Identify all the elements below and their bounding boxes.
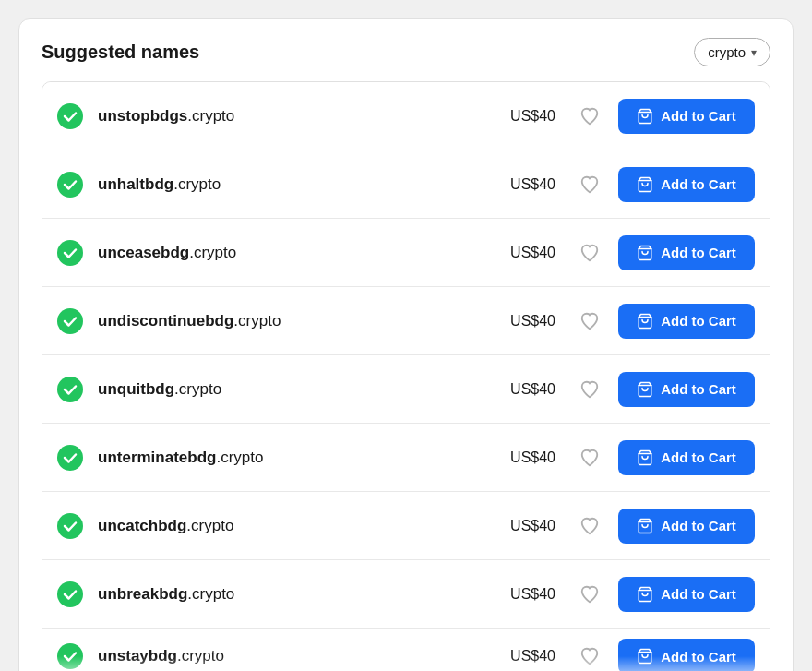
list-item: unstopbdgs.crypto US$40 Add to Cart [42, 82, 770, 150]
check-icon [57, 377, 83, 402]
list-item: undiscontinuebdg.crypto US$40 Add to Car… [42, 287, 770, 355]
cart-icon [637, 381, 653, 398]
add-to-cart-label: Add to Cart [661, 108, 736, 124]
domain-name: unquitbdg.crypto [98, 380, 491, 399]
cart-icon [637, 108, 653, 125]
add-to-cart-button[interactable]: Add to Cart [618, 167, 755, 202]
list-item: unbreakbdg.crypto US$40 Add to Cart [42, 560, 770, 629]
cart-icon [637, 586, 653, 603]
check-icon [57, 172, 83, 198]
svg-point-2 [57, 172, 83, 198]
add-to-cart-button[interactable]: Add to Cart [618, 304, 755, 339]
heart-icon [579, 584, 600, 605]
heart-icon [579, 174, 600, 195]
domain-price: US$40 [491, 108, 555, 125]
heart-icon [579, 516, 600, 536]
svg-point-4 [57, 240, 83, 266]
heart-icon [579, 379, 600, 400]
check-icon [57, 581, 83, 607]
page-header: Suggested names crypto ▾ [42, 38, 770, 66]
list-item: unceasebdg.crypto US$40 Add to Cart [42, 219, 770, 287]
filter-dropdown[interactable]: crypto ▾ [694, 38, 770, 66]
heart-icon [579, 106, 600, 126]
domain-name: unstopbdgs.crypto [98, 107, 491, 126]
cart-icon [637, 245, 653, 261]
add-to-cart-label: Add to Cart [661, 176, 736, 192]
add-to-cart-button[interactable]: Add to Cart [618, 235, 755, 270]
add-to-cart-button[interactable]: Add to Cart [618, 639, 755, 671]
add-to-cart-label: Add to Cart [661, 381, 736, 397]
check-icon [57, 643, 83, 669]
domain-name: unterminatebdg.crypto [98, 449, 491, 467]
svg-point-10 [57, 445, 83, 471]
domain-price: US$40 [491, 245, 555, 261]
domain-name: unceasebdg.crypto [98, 244, 491, 262]
domain-price: US$40 [491, 586, 555, 603]
domain-price: US$40 [491, 176, 555, 193]
heart-icon [579, 243, 600, 263]
heart-icon [579, 646, 600, 666]
domain-name: uncatchbdg.crypto [98, 517, 491, 535]
domain-name: undiscontinuebdg.crypto [98, 312, 491, 330]
list-item: unhaltbdg.crypto US$40 Add to Cart [42, 150, 770, 219]
add-to-cart-label: Add to Cart [661, 586, 736, 602]
add-to-cart-button[interactable]: Add to Cart [618, 440, 755, 475]
list-item: uncatchbdg.crypto US$40 Add to Cart [42, 492, 770, 560]
check-icon [57, 308, 83, 334]
domain-price: US$40 [491, 381, 555, 398]
domain-name: unstaybdg.crypto [98, 647, 491, 665]
cart-icon [637, 313, 653, 330]
domain-price: US$40 [491, 449, 555, 466]
wishlist-button[interactable] [574, 237, 605, 269]
domain-price: US$40 [491, 313, 555, 330]
check-icon [57, 103, 83, 129]
wishlist-button[interactable] [574, 641, 605, 671]
cart-icon [637, 176, 653, 193]
add-to-cart-button[interactable]: Add to Cart [618, 99, 755, 134]
add-to-cart-button[interactable]: Add to Cart [618, 372, 755, 407]
add-to-cart-button[interactable]: Add to Cart [618, 577, 755, 612]
svg-point-14 [57, 581, 83, 607]
svg-point-12 [57, 513, 83, 539]
wishlist-button[interactable] [574, 510, 605, 542]
heart-icon [579, 311, 600, 331]
wishlist-button[interactable] [574, 101, 605, 132]
chevron-down-icon: ▾ [751, 46, 757, 59]
cart-icon [637, 518, 653, 534]
add-to-cart-label: Add to Cart [661, 245, 736, 260]
wishlist-button[interactable] [574, 579, 605, 610]
svg-point-6 [57, 308, 83, 334]
add-to-cart-label: Add to Cart [661, 649, 736, 665]
svg-point-8 [57, 377, 83, 402]
domain-list: unstopbdgs.crypto US$40 Add to Cart [42, 81, 770, 671]
add-to-cart-button[interactable]: Add to Cart [618, 509, 755, 544]
add-to-cart-label: Add to Cart [661, 449, 736, 465]
heart-icon [579, 448, 600, 468]
wishlist-button[interactable] [574, 306, 605, 337]
cart-icon [637, 449, 653, 466]
page-title: Suggested names [42, 42, 199, 63]
check-icon [57, 513, 83, 539]
cart-icon [637, 648, 653, 665]
add-to-cart-label: Add to Cart [661, 313, 736, 329]
svg-point-16 [57, 643, 83, 669]
list-item: unquitbdg.crypto US$40 Add to Cart [42, 355, 770, 424]
domain-name: unbreakbdg.crypto [98, 585, 491, 604]
check-icon [57, 445, 83, 471]
domain-price: US$40 [491, 648, 555, 665]
filter-label: crypto [708, 44, 746, 60]
add-to-cart-label: Add to Cart [661, 518, 736, 533]
wishlist-button[interactable] [574, 169, 605, 200]
wishlist-button[interactable] [574, 442, 605, 473]
suggested-names-container: Suggested names crypto ▾ unstopbdgs.cryp… [18, 18, 794, 671]
domain-name: unhaltbdg.crypto [98, 175, 491, 194]
list-item: unterminatebdg.crypto US$40 Add to Cart [42, 424, 770, 492]
svg-point-0 [57, 103, 83, 129]
wishlist-button[interactable] [574, 374, 605, 405]
list-item: unstaybdg.crypto US$40 Add to Cart [42, 629, 770, 671]
domain-price: US$40 [491, 518, 555, 534]
check-icon [57, 240, 83, 266]
